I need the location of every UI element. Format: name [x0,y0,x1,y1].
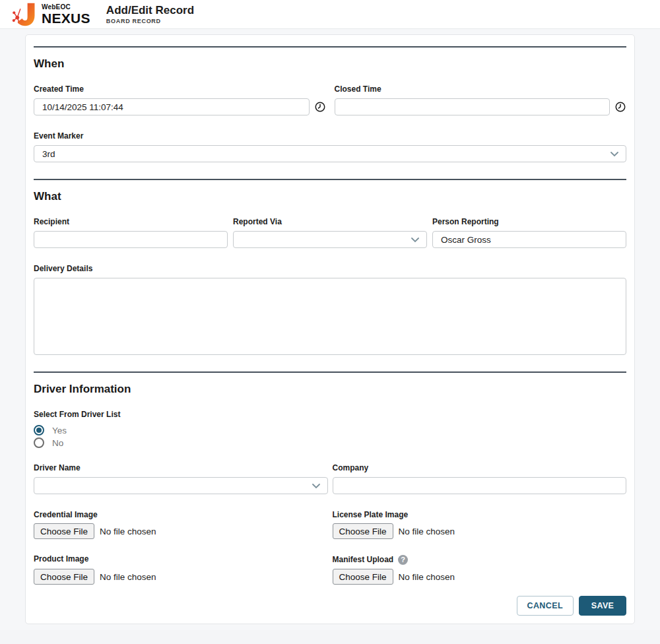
choose-file-button[interactable]: Choose File [333,569,393,585]
file-status-text: No file chosen [399,572,455,582]
footer-strip [0,630,660,644]
manifest-upload-file-control: Choose File No file chosen [333,569,627,585]
event-marker-select[interactable]: 3rd [34,145,626,162]
manifest-upload-label: Manifest Upload [333,556,394,564]
brand-webeoc: WebEOC [42,4,90,11]
credential-image-label: Credential Image [34,511,328,519]
webeoc-nexus-logo: WebEOC NEXUS [12,2,90,27]
driver-name-label: Driver Name [34,464,328,472]
when-heading: When [34,58,626,70]
reported-via-label: Reported Via [233,218,427,226]
file-status-text: No file chosen [100,572,156,582]
choose-file-button[interactable]: Choose File [34,523,94,539]
select-from-driver-list-label: Select From Driver List [34,410,626,419]
company-label: Company [333,464,627,472]
closed-time-input[interactable] [335,98,610,115]
driver-list-radio-group: Yes No [34,424,626,449]
clock-icon[interactable] [314,101,326,113]
page-title: Add/Edit Record [106,5,194,16]
file-status-text: No file chosen [399,527,455,536]
person-reporting-input[interactable] [432,231,626,248]
company-input[interactable] [333,477,627,494]
cancel-button[interactable]: CANCEL [517,596,574,616]
product-image-label: Product Image [34,555,328,565]
chevron-down-icon [411,238,419,243]
radio-no[interactable]: No [34,437,626,449]
brand-nexus: NEXUS [42,11,90,25]
content-area: When Created Time Closed Time Event [0,29,660,630]
chevron-down-icon [312,484,320,489]
delivery-details-label: Delivery Details [34,265,626,273]
section-divider [34,179,626,180]
radio-yes-label: Yes [52,426,67,435]
event-marker-value: 3rd [42,149,55,159]
reported-via-select[interactable] [233,231,427,248]
choose-file-button[interactable]: Choose File [333,523,393,539]
help-icon[interactable]: ? [398,555,408,565]
section-divider [34,46,626,48]
delivery-details-textarea[interactable] [34,278,626,355]
license-plate-image-file-control: Choose File No file chosen [333,523,627,539]
record-form-card: When Created Time Closed Time Event [25,34,635,624]
header-title-block: Add/Edit Record BOARD RECORD [106,5,194,24]
app-header: WebEOC NEXUS Add/Edit Record BOARD RECOR… [0,0,660,29]
radio-no-label: No [52,438,63,448]
driver-information-heading: Driver Information [34,383,626,395]
what-heading: What [34,191,626,203]
brand-text: WebEOC NEXUS [42,4,90,25]
license-plate-image-label: License Plate Image [333,511,627,519]
nexus-logo-icon [12,2,38,27]
radio-yes[interactable]: Yes [34,424,626,436]
radio-button-icon [34,437,44,448]
page-subtitle: BOARD RECORD [106,18,194,24]
section-divider [34,371,626,373]
chevron-down-icon [610,152,618,157]
closed-time-label: Closed Time [335,85,627,94]
clock-icon[interactable] [614,101,626,113]
driver-name-select[interactable] [34,477,328,494]
file-status-text: No file chosen [100,527,156,536]
recipient-label: Recipient [34,218,228,226]
person-reporting-label: Person Reporting [432,218,626,226]
product-image-file-control: Choose File No file chosen [34,569,328,585]
form-actions: CANCEL SAVE [34,596,626,616]
radio-button-icon [34,425,44,435]
choose-file-button[interactable]: Choose File [34,569,94,585]
recipient-input[interactable] [34,231,228,248]
created-time-input[interactable] [34,98,310,115]
credential-image-file-control: Choose File No file chosen [34,523,328,539]
created-time-label: Created Time [34,85,326,94]
manifest-upload-label-row: Manifest Upload ? [333,555,627,565]
event-marker-label: Event Marker [34,132,626,141]
save-button[interactable]: SAVE [579,596,626,616]
